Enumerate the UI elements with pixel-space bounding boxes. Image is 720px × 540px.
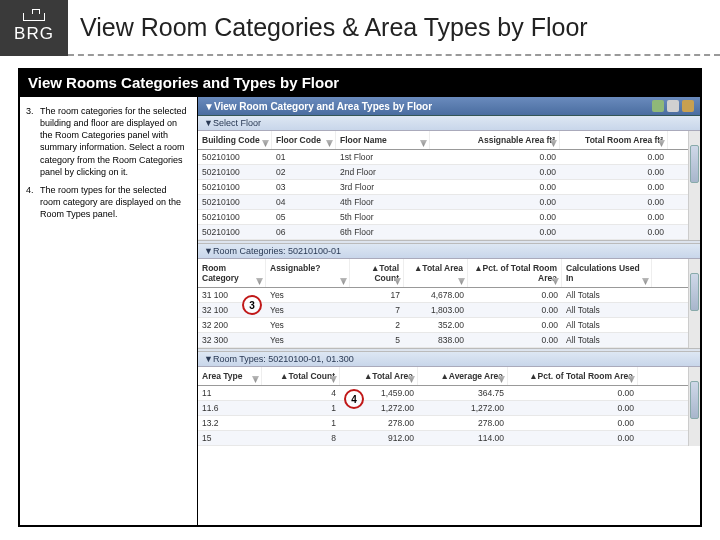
col-pct-total[interactable]: ▲Pct. of Total Room Area xyxy=(508,367,638,385)
panel-header-types[interactable]: ▼Room Types: 50210100-01, 01.300 xyxy=(198,352,700,367)
filter-icon[interactable] xyxy=(252,376,259,383)
print-icon[interactable] xyxy=(667,100,679,112)
col-calc-used[interactable]: Calculations Used In xyxy=(562,259,652,287)
col-assignable[interactable]: Assignable? xyxy=(266,259,350,287)
col-floor-name[interactable]: Floor Name xyxy=(336,131,430,149)
add-icon[interactable] xyxy=(652,100,664,112)
col-total-count[interactable]: ▲Total Count xyxy=(350,259,404,287)
brand-logo: BRG xyxy=(0,0,68,56)
scrollbar[interactable] xyxy=(688,131,700,240)
panel-header-categories[interactable]: ▼Room Categories: 50210100-01 xyxy=(198,244,700,259)
table-row[interactable]: 32 100Yes71,803.000.00All Totals xyxy=(198,303,700,318)
table-row[interactable]: 50210100066th Floor0.000.00 xyxy=(198,225,700,240)
instruction-steps: 3.The room categories for the selected b… xyxy=(20,97,198,525)
table-row[interactable]: 11.611,272.001,272.000.00 xyxy=(198,401,700,416)
table-row[interactable]: 158912.00114.000.00 xyxy=(198,431,700,446)
filter-icon[interactable] xyxy=(420,140,427,147)
filter-icon[interactable] xyxy=(256,278,263,285)
section-title: View Rooms Categories and Types by Floor xyxy=(18,68,702,97)
col-total-area[interactable]: ▲Total Area xyxy=(340,367,418,385)
col-total-room-area[interactable]: Total Room Area ft² xyxy=(560,131,668,149)
export-icon[interactable] xyxy=(682,100,694,112)
filter-icon[interactable] xyxy=(262,140,269,147)
step-marker-4: 4 xyxy=(344,389,364,409)
col-total-count[interactable]: ▲Total Count xyxy=(262,367,340,385)
col-pct-total[interactable]: ▲Pct. of Total Room Area xyxy=(468,259,562,287)
filter-icon[interactable] xyxy=(642,278,649,285)
col-avg-area[interactable]: ▲Average Area xyxy=(418,367,508,385)
panel-header-floor[interactable]: ▼View Room Category and Area Types by Fl… xyxy=(198,97,700,116)
filter-icon[interactable] xyxy=(340,278,347,285)
select-floor-subheader[interactable]: ▼Select Floor xyxy=(198,116,700,131)
scrollbar[interactable] xyxy=(688,367,700,446)
table-row[interactable]: 50210100022nd Floor0.000.00 xyxy=(198,165,700,180)
step-marker-3: 3 xyxy=(242,295,262,315)
col-building-code[interactable]: Building Code xyxy=(198,131,272,149)
table-row[interactable]: 50210100044th Floor0.000.00 xyxy=(198,195,700,210)
table-row[interactable]: 32 200Yes2352.000.00All Totals xyxy=(198,318,700,333)
col-room-category[interactable]: Room Category xyxy=(198,259,266,287)
table-row[interactable]: 1141,459.00364.750.00 xyxy=(198,386,700,401)
app-screenshot: ▼View Room Category and Area Types by Fl… xyxy=(198,97,700,525)
table-row[interactable]: 50210100055th Floor0.000.00 xyxy=(198,210,700,225)
col-total-area[interactable]: ▲Total Area xyxy=(404,259,468,287)
table-row[interactable]: 50210100011st Floor0.000.00 xyxy=(198,150,700,165)
col-assignable-area[interactable]: Assignable Area ft² xyxy=(430,131,560,149)
table-row[interactable]: 50210100033rd Floor0.000.00 xyxy=(198,180,700,195)
col-area-type[interactable]: Area Type xyxy=(198,367,262,385)
table-row[interactable]: 32 300Yes5838.000.00All Totals xyxy=(198,333,700,348)
filter-icon[interactable] xyxy=(326,140,333,147)
table-row[interactable]: 13.21278.00278.000.00 xyxy=(198,416,700,431)
page-title: View Room Categories & Area Types by Flo… xyxy=(68,0,720,56)
filter-icon[interactable] xyxy=(458,278,465,285)
scrollbar[interactable] xyxy=(688,259,700,348)
col-floor-code[interactable]: Floor Code xyxy=(272,131,336,149)
table-row[interactable]: 31 100Yes174,678.000.00All Totals xyxy=(198,288,700,303)
